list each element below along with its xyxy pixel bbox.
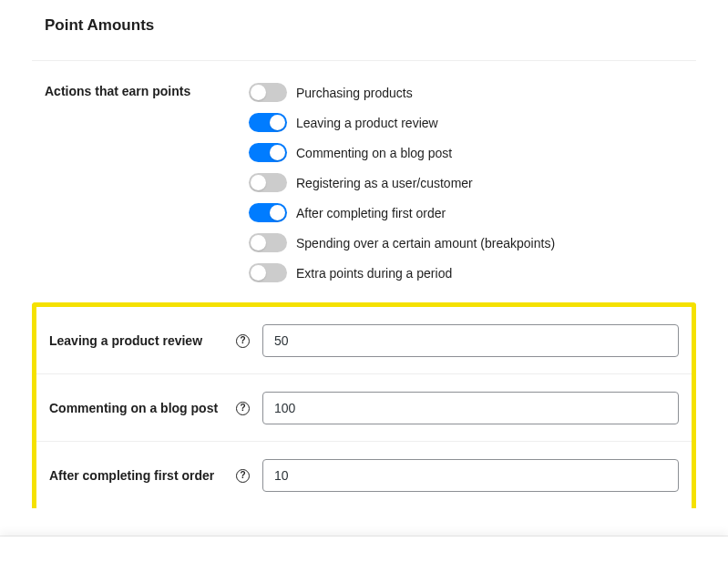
help-icon[interactable]: ? [236,402,250,415]
actions-row: Actions that earn points Purchasing prod… [32,61,696,302]
toggle-extra-period[interactable] [249,263,287,282]
input-first-order[interactable] [262,459,679,492]
toggle-knob [270,205,285,220]
input-row-first-order: After completing first order ? [36,442,692,508]
toggle-list: Purchasing products Leaving a product re… [249,83,683,282]
toggle-knob [270,145,285,160]
point-amounts-panel: Point Amounts Actions that earn points P… [32,0,696,508]
toggle-knob [251,265,266,281]
toggle-knob [251,235,266,250]
input-commenting-blog[interactable] [262,392,679,424]
toggle-knob [270,115,285,130]
toggle-row-breakpoints: Spending over a certain amount (breakpoi… [249,233,683,252]
toggle-label: Spending over a certain amount (breakpoi… [296,236,555,250]
input-label: Leaving a product review [49,333,236,348]
input-leaving-review[interactable] [262,324,679,357]
help-icon[interactable]: ? [236,469,250,483]
toggle-row-leaving-review: Leaving a product review [249,113,683,132]
toggle-row-commenting-blog: Commenting on a blog post [249,143,683,162]
toggle-first-order[interactable] [249,203,287,222]
toggle-row-purchasing-products: Purchasing products [249,83,683,102]
highlight-box: Leaving a product review ? Commenting on… [32,302,696,508]
toggle-purchasing-products[interactable] [249,83,287,102]
toggle-label: Commenting on a blog post [296,146,452,160]
toggle-breakpoints[interactable] [249,233,287,252]
toggle-label: After completing first order [296,206,446,220]
input-row-leaving-review: Leaving a product review ? [36,307,692,374]
input-label: Commenting on a blog post [49,401,236,415]
toggle-label: Registering as a user/customer [296,176,473,190]
toggle-label: Purchasing products [296,86,413,100]
toggle-leaving-review[interactable] [249,113,287,132]
toggle-row-registering: Registering as a user/customer [249,173,683,192]
toggle-commenting-blog[interactable] [249,143,287,162]
toggle-label: Extra points during a period [296,266,452,281]
toggle-knob [251,175,266,190]
toggle-row-first-order: After completing first order [249,203,683,222]
input-row-commenting-blog: Commenting on a blog post ? [36,374,692,442]
actions-label: Actions that earn points [45,83,249,101]
toggle-label: Leaving a product review [296,116,438,130]
bottom-bar [0,536,728,562]
toggle-row-extra-period: Extra points during a period [249,263,683,282]
toggle-registering[interactable] [249,173,287,192]
toggle-knob [251,85,266,100]
input-label: After completing first order [49,468,236,483]
help-icon[interactable]: ? [236,334,250,348]
section-title: Point Amounts [32,0,696,60]
